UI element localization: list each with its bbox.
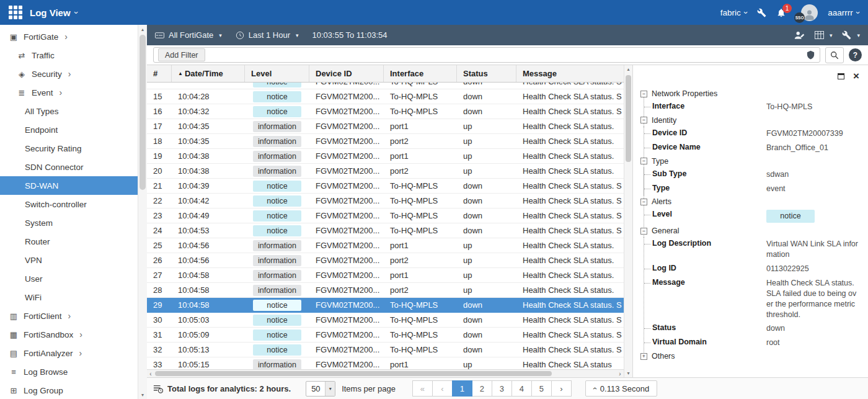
collapse-toggle-icon[interactable]: − bbox=[640, 228, 647, 235]
detail-group-header[interactable]: − Alerts bbox=[640, 195, 859, 208]
wrench-icon[interactable] bbox=[757, 8, 766, 17]
sidebar-item-traffic[interactable]: ⇄ Traffic bbox=[0, 46, 138, 65]
sidebar-item-switch-controller[interactable]: Switch-controller bbox=[0, 195, 138, 213]
sidebar-item-user[interactable]: User bbox=[0, 269, 138, 288]
sidebar-item-router[interactable]: Router bbox=[0, 232, 138, 251]
search-button[interactable] bbox=[825, 47, 844, 63]
tools-button[interactable]: ▾ bbox=[842, 30, 860, 40]
filter-input[interactable]: Add Filter bbox=[153, 47, 820, 63]
log-row[interactable]: 27 10:04:58 information FGVM02TM200... p… bbox=[147, 268, 624, 283]
sidebar-item-sdn-connector[interactable]: SDN Connector bbox=[0, 158, 138, 176]
sidebar-item-security-rating[interactable]: Security Rating bbox=[0, 139, 138, 158]
avatar[interactable]: SSO bbox=[801, 4, 818, 21]
column-header-message[interactable]: Message bbox=[516, 65, 624, 82]
sidebar-item-fortisandbox[interactable]: ▦ FortiSandbox › bbox=[0, 325, 138, 344]
sidebar-item-sd-wan[interactable]: SD-WAN bbox=[0, 176, 138, 195]
shield-icon[interactable] bbox=[806, 50, 815, 60]
scroll-up-icon[interactable]: ▴ bbox=[138, 25, 147, 34]
collapse-toggle-icon[interactable]: − bbox=[640, 117, 647, 123]
scroll-down-icon[interactable]: ▾ bbox=[624, 369, 632, 377]
detail-group-header[interactable]: + Others bbox=[640, 350, 859, 362]
sidebar-item-system[interactable]: System bbox=[0, 213, 138, 232]
detail-group-header[interactable]: − Type bbox=[640, 155, 859, 168]
sidebar-item-wifi[interactable]: WiFi bbox=[0, 288, 138, 307]
notifications-bell-icon[interactable]: 1 bbox=[776, 7, 786, 18]
collapse-toggle-icon[interactable]: − bbox=[640, 158, 647, 164]
sidebar-item-forticlient[interactable]: ▥ FortiClient › bbox=[0, 307, 138, 325]
add-filter-button[interactable]: Add Filter bbox=[158, 48, 205, 61]
page-button-4[interactable]: 4 bbox=[512, 380, 532, 397]
log-row[interactable]: 28 10:04:58 information FGVM02TM200... p… bbox=[147, 283, 624, 298]
log-row[interactable]: 15 10:04:28 notice FGVM02TM200... To-HQ-… bbox=[147, 89, 624, 104]
page-button-[interactable]: › bbox=[551, 380, 572, 397]
sidebar-item-fortigate[interactable]: ▣ FortiGate › bbox=[0, 27, 138, 46]
page-button-5[interactable]: 5 bbox=[531, 380, 552, 397]
log-row[interactable]: notice FGVM02TM200... To-HQ-MPLS down He… bbox=[147, 83, 624, 89]
user-edit-icon[interactable] bbox=[794, 30, 805, 40]
detail-group-header[interactable]: − Network Properties bbox=[640, 87, 859, 100]
log-row[interactable]: 25 10:04:56 information FGVM02TM200... p… bbox=[147, 238, 624, 253]
sidebar-item-event[interactable]: ≣ Event › bbox=[0, 83, 138, 102]
page-button-2[interactable]: 2 bbox=[472, 380, 492, 397]
log-row[interactable]: 29 10:04:58 notice FGVM02TM200... To-HQ-… bbox=[147, 298, 624, 313]
scroll-down-icon[interactable]: ▾ bbox=[138, 390, 147, 399]
log-row[interactable]: 30 10:05:03 notice FGVM02TM200... To-HQ-… bbox=[147, 313, 624, 328]
scrollbar-thumb[interactable] bbox=[626, 75, 631, 162]
query-time-button[interactable]: › 0.113 Second bbox=[585, 380, 657, 397]
fabric-selector[interactable]: fabric › bbox=[720, 8, 747, 17]
sidebar-scrollbar[interactable]: ▴ ▾ bbox=[138, 25, 147, 399]
column-header-status[interactable]: Status bbox=[457, 65, 516, 82]
log-row[interactable]: 33 10:05:15 information FGVM02TM200... p… bbox=[147, 357, 624, 369]
collapse-toggle-icon[interactable]: − bbox=[640, 91, 647, 97]
close-icon[interactable]: × bbox=[853, 71, 859, 81]
log-row[interactable]: 21 10:04:39 notice FGVM02TM200... To-HQ-… bbox=[147, 179, 624, 194]
column-header-datetime[interactable]: ▲ Date/Time bbox=[172, 65, 245, 82]
restore-window-icon[interactable] bbox=[838, 73, 844, 79]
log-row[interactable]: 18 10:04:35 information FGVM02TM200... p… bbox=[147, 134, 624, 149]
column-header-level[interactable]: Level bbox=[245, 65, 309, 82]
sidebar-item-endpoint[interactable]: Endpoint bbox=[0, 120, 138, 139]
page-button-3[interactable]: 3 bbox=[492, 380, 512, 397]
scroll-up-icon[interactable]: ▴ bbox=[624, 65, 632, 73]
scrollbar-thumb[interactable] bbox=[155, 371, 552, 376]
log-row[interactable]: 23 10:04:49 notice FGVM02TM200... To-HQ-… bbox=[147, 208, 624, 223]
sidebar-item-fortianalyzer[interactable]: ▤ FortiAnalyzer › bbox=[0, 344, 138, 362]
page-button-1[interactable]: 1 bbox=[452, 380, 472, 397]
sidebar-item-security[interactable]: ◈ Security › bbox=[0, 65, 138, 83]
device-selector[interactable]: All FortiGate ▾ bbox=[155, 30, 222, 40]
vertical-scrollbar[interactable]: ▴ ▾ bbox=[624, 65, 632, 377]
column-header-interface[interactable]: Interface bbox=[384, 65, 457, 82]
log-row[interactable]: 22 10:04:42 notice FGVM02TM200... To-HQ-… bbox=[147, 194, 624, 208]
scroll-right-icon[interactable]: › bbox=[616, 370, 624, 377]
help-button[interactable]: ? bbox=[849, 48, 862, 61]
scrollbar-thumb[interactable] bbox=[140, 35, 146, 190]
page-button-[interactable]: ‹ bbox=[432, 380, 453, 397]
user-menu[interactable]: aaarrrr › bbox=[828, 8, 859, 17]
page-button-[interactable]: « bbox=[412, 380, 433, 397]
log-row[interactable]: 16 10:04:32 notice FGVM02TM200... To-HQ-… bbox=[147, 104, 624, 119]
apps-grid-icon[interactable] bbox=[9, 6, 22, 19]
log-row[interactable]: 17 10:04:35 information FGVM02TM200... p… bbox=[147, 119, 624, 134]
column-header-num[interactable]: # bbox=[147, 65, 172, 82]
horizontal-scrollbar[interactable]: ‹ › bbox=[147, 369, 624, 377]
detail-group-header[interactable]: − General bbox=[640, 225, 859, 237]
log-row[interactable]: 24 10:04:53 notice FGVM02TM200... To-HQ-… bbox=[147, 223, 624, 238]
log-row[interactable]: 20 10:04:38 information FGVM02TM200... p… bbox=[147, 164, 624, 179]
page-size-select[interactable]: 50 ▾ bbox=[306, 381, 335, 397]
collapse-toggle-icon[interactable]: + bbox=[640, 353, 647, 360]
time-range-selector[interactable]: Last 1 Hour ▾ bbox=[236, 30, 299, 40]
scroll-left-icon[interactable]: ‹ bbox=[147, 370, 154, 377]
sidebar-item-vpn[interactable]: VPN bbox=[0, 251, 138, 269]
chevron-down-icon[interactable]: › bbox=[72, 11, 80, 14]
column-header-device-id[interactable]: Device ID bbox=[309, 65, 384, 82]
sidebar-item-log-group[interactable]: ⊞ Log Group bbox=[0, 381, 138, 399]
log-row[interactable]: 32 10:05:13 notice FGVM02TM200... To-HQ-… bbox=[147, 343, 624, 357]
collapse-toggle-icon[interactable]: − bbox=[640, 199, 647, 205]
log-row[interactable]: 26 10:04:56 information FGVM02TM200... p… bbox=[147, 253, 624, 268]
log-row[interactable]: 19 10:04:38 information FGVM02TM200... p… bbox=[147, 149, 624, 164]
sidebar-item-log-browse[interactable]: ≡ Log Browse bbox=[0, 362, 138, 381]
detail-group-header[interactable]: − Identity bbox=[640, 114, 859, 127]
log-row[interactable]: 31 10:05:09 notice FGVM02TM200... To-HQ-… bbox=[147, 328, 624, 343]
table-settings-button[interactable]: ▾ bbox=[815, 31, 833, 39]
sidebar-item-all-types[interactable]: All Types bbox=[0, 102, 138, 120]
